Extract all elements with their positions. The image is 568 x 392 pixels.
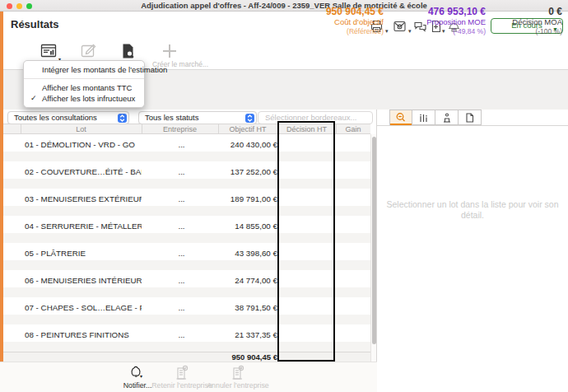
stat-label: Proposition MOE — [426, 17, 486, 27]
email-button[interactable] — [393, 20, 407, 34]
cell-lot: 08 - PEINTURES FINITIONS — [25, 330, 142, 339]
cell-objectif-ht: 137 252,00 € — [202, 167, 277, 176]
panel-divider — [376, 110, 377, 392]
stat-value: 476 953,10 € — [426, 6, 486, 17]
cell-objectif-ht: 189 791,00 € — [202, 194, 277, 203]
table-row[interactable]: 04 - SERRURERIE - MÉTALLERIE ... 14 855,… — [3, 216, 370, 243]
cell-lot: 07 - CHAPES - SOL…ELAGE - FAÏENCE — [25, 303, 142, 312]
statuts-dropdown[interactable]: Tous les statuts — [138, 111, 257, 124]
table-row[interactable]: 08 - PEINTURES FINITIONS ... 21 337,35 € — [3, 324, 370, 352]
cell-objectif-ht: 43 398,60 € — [202, 249, 277, 258]
svg-text:▾: ▾ — [140, 374, 142, 379]
row-stripe — [3, 152, 370, 161]
cell-lot: 06 - MENUISERIES INTÉRIEURES — [25, 276, 142, 285]
magnifier-minus-icon — [395, 112, 407, 123]
consultations-dropdown[interactable]: Toutes les consultations — [7, 111, 129, 124]
row-stripe — [3, 206, 370, 216]
table-header: Lot Entreprise Objectif HT Décision HT G… — [3, 124, 370, 134]
stat-sub: (Référence) — [326, 27, 384, 35]
table-total-row: 950 904,45 € — [3, 352, 370, 362]
menu-item[interactable]: ✓Afficher les lots infructueux — [24, 93, 144, 104]
cell-lot: 05 - PLÂTRERIE — [25, 249, 142, 258]
detail-empty-placeholder: Selectionner un lot dans la liste pour v… — [385, 199, 560, 221]
row-stripe — [3, 233, 370, 243]
cell-objectif-ht: 38 791,50 € — [202, 303, 277, 312]
table-row[interactable]: 06 - MENUISERIES INTÉRIEURES ... 24 774,… — [3, 270, 370, 297]
cell-objectif-ht: 14 855,00 € — [202, 222, 277, 231]
tab-chart[interactable] — [412, 110, 435, 125]
tab-detail[interactable] — [389, 110, 412, 125]
cell-lot: 02 - COUVERTURE…ÉITÉ - BARDAGES — [25, 167, 142, 176]
app-window: Adjudication appel d'offres - Aff-24/009… — [0, 0, 568, 392]
page-title: Résultats — [11, 18, 59, 30]
cell-objectif-ht: 24 774,00 € — [202, 276, 277, 285]
cell-objectif-ht: 21 337,35 € — [202, 330, 277, 339]
table-body: 01 - DÉMOLITION - VRD - GO ... 240 430,0… — [3, 134, 370, 352]
cell-lot: 04 - SERRURERIE - MÉTALLERIE — [25, 222, 142, 231]
bar-chart-icon — [418, 113, 429, 123]
stat-value: 0 € — [512, 6, 562, 17]
stat-cout-objectif: 950 904,45 € Coût d'objectif (Référence) — [326, 6, 384, 35]
menu-separator — [24, 78, 144, 79]
detail-tabs — [389, 110, 482, 125]
building-check-icon — [175, 365, 189, 380]
podium-icon — [442, 113, 452, 123]
checkmark-icon: ✓ — [30, 93, 37, 104]
table-row[interactable]: 02 - COUVERTURE…ÉITÉ - BARDAGES ... 137 … — [3, 161, 370, 189]
document-icon — [465, 113, 474, 123]
row-stripe — [3, 179, 370, 189]
popup-stepper-icon — [118, 114, 127, 123]
building-x-icon — [230, 365, 245, 380]
display-options-menu: Intégrer les montants de l'estimationAff… — [23, 60, 145, 108]
statuts-dropdown-value: Tous les statuts — [145, 113, 198, 122]
cell-lot: 03 - MENUISERIES EXTÉRIEURES — [25, 194, 142, 203]
row-stripe — [3, 260, 370, 270]
menu-item[interactable]: Intégrer les montants de l'estimation — [24, 64, 144, 75]
bell-icon: ▾ — [129, 365, 146, 380]
cancel-company-label: Annuler l'entreprise — [201, 381, 275, 390]
stat-decision-moa: 0 € Décision MOA (-100 %) — [512, 6, 562, 35]
print-menu-caret[interactable]: ▾ — [385, 30, 389, 33]
row-stripe — [3, 342, 370, 352]
row-stripe — [3, 315, 370, 324]
bordereaux-placeholder: Sélectionner bordereaux... — [265, 113, 356, 122]
stat-value: 950 904,45 € — [326, 6, 384, 17]
stat-proposition-moe: 476 953,10 € Proposition MOE (-49,84 %) — [426, 6, 486, 35]
tabs-baseline — [377, 125, 568, 126]
cell-objectif-ht: 240 430,00 € — [202, 140, 277, 149]
cell-lot: 01 - DÉMOLITION - VRD - GO — [25, 140, 142, 149]
tab-document[interactable] — [459, 110, 482, 125]
consultations-dropdown-value: Toutes les consultations — [14, 113, 97, 122]
popup-stepper-icon — [245, 114, 254, 123]
row-stripe — [3, 287, 370, 297]
stat-label: Coût d'objectif — [326, 17, 384, 27]
stat-sub: (-49,84 %) — [426, 27, 486, 35]
table-scrollbar[interactable] — [370, 134, 376, 362]
stat-sub: (-100 %) — [512, 27, 562, 35]
footer-bar: ▾ Notifier... Retenir l'entreprise Annul… — [0, 362, 377, 392]
menu-item[interactable]: Afficher les montants TTC — [24, 82, 144, 93]
email-menu-caret[interactable]: ▾ — [408, 30, 412, 33]
table-row[interactable]: 03 - MENUISERIES EXTÉRIEURES ... 189 791… — [3, 189, 370, 216]
table-row[interactable]: 05 - PLÂTRERIE ... 43 398,60 € — [3, 243, 370, 270]
tab-adjudication[interactable] — [435, 110, 459, 125]
cancel-company-button[interactable]: Annuler l'entreprise — [201, 365, 275, 390]
bordereaux-field[interactable]: Sélectionner bordereaux... — [258, 111, 373, 124]
stat-label: Décision MOA — [512, 17, 562, 27]
table-row[interactable]: 07 - CHAPES - SOL…ELAGE - FAÏENCE ... 38… — [3, 297, 370, 324]
table-row[interactable]: 01 - DÉMOLITION - VRD - GO ... 240 430,0… — [3, 134, 370, 161]
